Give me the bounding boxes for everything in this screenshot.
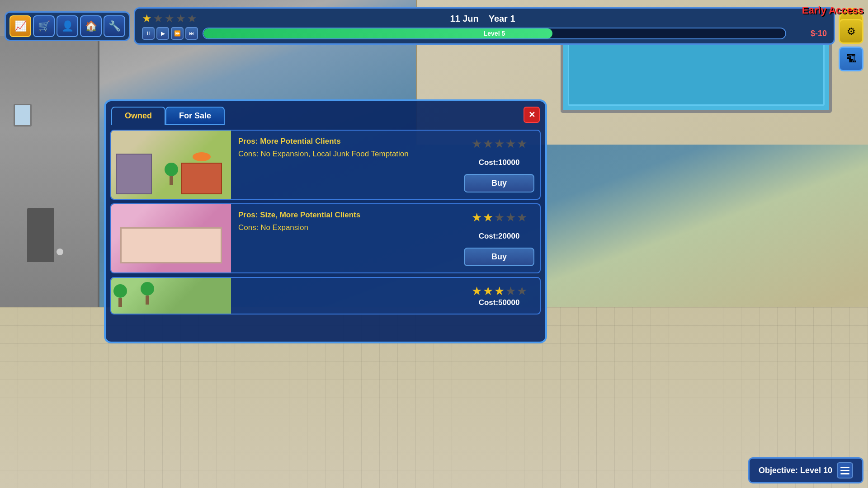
property-modal: Owned For Sale ✕ (104, 99, 547, 343)
property-card-3: ★ ★ ★ ★ ★ Cost:50000 (110, 277, 541, 314)
property-right-1: ★ ★ ★ ★ ★ Cost:10000 Buy (458, 131, 540, 199)
property-right-3: ★ ★ ★ ★ ★ Cost:50000 (458, 278, 540, 314)
objective-label: Objective: Level 10 (759, 466, 832, 475)
property-info-3 (231, 278, 458, 314)
tab-owned[interactable]: Owned (111, 107, 165, 125)
hud: 📈 🛒 👤 🏠 🔧 ★ ★ ★ ★ ★ 11 Jun Year 1 ⏸ ▶ (5, 5, 863, 47)
property-3-cost: Cost:50000 (479, 298, 520, 307)
modal-close-btn[interactable]: ✕ (524, 107, 540, 123)
hud-stars: ★ ★ ★ ★ ★ (142, 12, 197, 25)
top-right-buttons: Early Access ⚙ 🏗 (802, 5, 863, 71)
buy-btn-1[interactable]: Buy (464, 174, 534, 192)
home-icon-btn[interactable]: 🏠 (80, 15, 102, 37)
level-bar: Level 5 (203, 28, 786, 39)
pause-btn[interactable]: ⏸ (142, 27, 155, 40)
property-thumbnail-1 (111, 131, 231, 199)
build-btn[interactable]: 🏗 (839, 47, 863, 71)
property-info-2: Pros: Size, More Potential Clients Cons:… (231, 204, 458, 272)
hud-center: ★ ★ ★ ★ ★ 11 Jun Year 1 ⏸ ▶ ⏩ ⏭ Level 5 (134, 7, 835, 45)
early-access-label: Early Access (802, 5, 863, 16)
tab-for-sale[interactable]: For Sale (165, 107, 225, 125)
clients-icon-btn[interactable]: 👤 (57, 15, 78, 37)
property-thumbnail-2 (111, 204, 231, 272)
property-thumbnail-3 (111, 278, 231, 314)
stats-icon-btn[interactable]: 📈 (9, 15, 31, 37)
property-1-pros: Pros: More Potential Clients (238, 137, 451, 146)
star-4: ★ (176, 12, 186, 25)
property-card-2: Pros: Size, More Potential Clients Cons:… (110, 203, 541, 273)
buy-btn-2[interactable]: Buy (464, 248, 534, 266)
faster-btn[interactable]: ⏭ (185, 27, 198, 40)
modal-tabs: Owned For Sale ✕ (106, 101, 545, 125)
building-left (0, 36, 99, 352)
property-2-stars: ★ ★ ★ ★ ★ (472, 211, 527, 225)
objective-bar: Objective: Level 10 (748, 457, 863, 483)
property-1-cost: Cost:10000 (479, 158, 520, 167)
property-1-cons: Cons: No Expansion, Local Junk Food Temp… (238, 150, 451, 159)
level-label: Level 5 (203, 28, 785, 38)
settings-btn[interactable]: ⚙ (839, 19, 863, 44)
date-display: 11 Jun Year 1 (450, 14, 515, 24)
star-1: ★ (142, 12, 152, 25)
modal-content[interactable]: Pros: More Potential Clients Cons: No Ex… (106, 125, 545, 342)
star-5: ★ (187, 12, 197, 25)
property-1-stars: ★ ★ ★ ★ ★ (472, 137, 527, 151)
fast-btn[interactable]: ⏩ (171, 27, 184, 40)
property-2-pros: Pros: Size, More Potential Clients (238, 211, 451, 220)
speed-controls: ⏸ ▶ ⏩ ⏭ (142, 27, 198, 40)
hud-left-icons: 📈 🛒 👤 🏠 🔧 (5, 11, 130, 41)
property-card-1: Pros: More Potential Clients Cons: No Ex… (110, 130, 541, 200)
shop-icon-btn[interactable]: 🛒 (33, 15, 55, 37)
door-handle (57, 249, 63, 255)
property-2-cons: Cons: No Expansion (238, 223, 451, 232)
property-info-1: Pros: More Potential Clients Cons: No Ex… (231, 131, 458, 199)
menu-btn[interactable] (837, 462, 853, 479)
building-door (27, 208, 54, 262)
property-3-stars: ★ ★ ★ ★ ★ (472, 284, 527, 298)
play-btn[interactable]: ▶ (156, 27, 169, 40)
tools-icon-btn[interactable]: 🔧 (104, 15, 125, 37)
building-window (14, 104, 32, 127)
property-right-2: ★ ★ ★ ★ ★ Cost:20000 Buy (458, 204, 540, 272)
property-2-cost: Cost:20000 (479, 232, 520, 241)
star-2: ★ (153, 12, 163, 25)
star-3: ★ (165, 12, 175, 25)
